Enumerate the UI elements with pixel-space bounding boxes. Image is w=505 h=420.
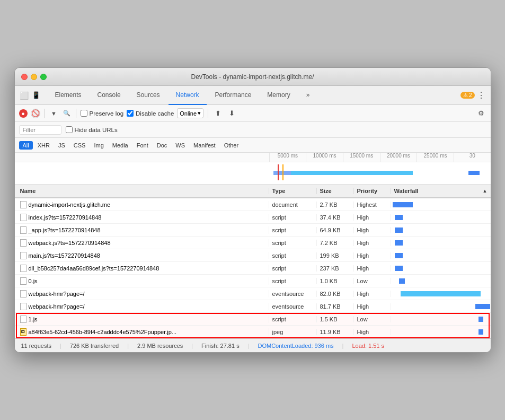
row-type: script bbox=[269, 278, 317, 284]
file-icon bbox=[20, 277, 26, 285]
row-priority: High bbox=[354, 240, 391, 246]
table-row[interactable]: main.js?ts=1572270914848script199 KBHigh bbox=[15, 249, 491, 262]
row-type: script bbox=[269, 252, 317, 259]
row-waterfall bbox=[391, 275, 491, 287]
type-filter-bar: All XHR JS CSS Img Media Font Doc WS Man… bbox=[15, 138, 491, 153]
row-type: eventsource bbox=[269, 291, 317, 297]
file-icon bbox=[20, 214, 26, 221]
row-priority: High bbox=[354, 227, 391, 233]
row-name: 1.js bbox=[15, 316, 269, 323]
more-options-icon[interactable]: ⋮ bbox=[476, 90, 486, 101]
resources: 2.9 MB resources bbox=[137, 343, 183, 349]
disable-cache-checkbox[interactable] bbox=[127, 110, 134, 117]
table-row[interactable]: webpack.js?ts=1572270914848script7.2 KBH… bbox=[15, 237, 491, 249]
row-name: 🖼a84f63e5-62cd-456b-89f4-c2adddc4e575%2F… bbox=[15, 328, 269, 336]
close-button[interactable] bbox=[21, 74, 28, 80]
tab-network[interactable]: Network bbox=[169, 86, 207, 105]
row-size: 2.7 KB bbox=[317, 202, 354, 208]
dom-loaded: DOMContentLoaded: 936 ms bbox=[258, 343, 334, 349]
table-row[interactable]: dll_b58c257da4aa56d89cef.js?ts=157227091… bbox=[15, 262, 491, 275]
table-row[interactable]: _app.js?ts=1572270914848script64.9 KBHig… bbox=[15, 224, 491, 237]
row-waterfall bbox=[391, 262, 491, 274]
file-icon bbox=[20, 239, 26, 247]
traffic-lights bbox=[21, 74, 47, 80]
record-button[interactable]: ● bbox=[19, 109, 28, 118]
tl-line-orange bbox=[282, 164, 283, 180]
preserve-log-checkbox[interactable] bbox=[81, 110, 87, 117]
table-row[interactable]: 1.jsscript1.5 KBLow bbox=[15, 313, 491, 326]
settings-icon[interactable]: ⚙ bbox=[476, 108, 486, 119]
maximize-button[interactable] bbox=[40, 74, 47, 80]
status-bar: 11 requests | 726 KB transferred | 2.9 M… bbox=[15, 338, 491, 352]
row-type: eventsource bbox=[269, 303, 317, 310]
type-css[interactable]: CSS bbox=[70, 141, 90, 150]
filter-input[interactable] bbox=[19, 125, 61, 135]
file-icon bbox=[20, 303, 26, 310]
waterfall-bar bbox=[395, 266, 403, 271]
stop-button[interactable]: 🚫 bbox=[31, 109, 40, 118]
upload-icon[interactable]: ⬆ bbox=[212, 108, 223, 119]
header-type[interactable]: Type bbox=[269, 188, 317, 194]
file-icon bbox=[20, 290, 26, 298]
devtools-window: DevTools - dynamic-import-nextjs.glitch.… bbox=[14, 67, 491, 353]
table-header: Name Type Size Priority Waterfall ▲ bbox=[15, 185, 491, 198]
row-waterfall bbox=[391, 237, 491, 249]
inspector-icon[interactable]: ⬜ bbox=[19, 90, 30, 101]
row-priority: Low bbox=[354, 278, 391, 284]
filter-bar: Hide data URLs bbox=[15, 122, 491, 138]
header-priority[interactable]: Priority bbox=[354, 188, 391, 194]
type-manifest[interactable]: Manifest bbox=[190, 141, 219, 150]
filter-icon[interactable]: ▼ bbox=[49, 109, 59, 118]
hide-data-urls-checkbox[interactable] bbox=[66, 126, 73, 133]
tab-console[interactable]: Console bbox=[90, 86, 128, 105]
timeline-chart bbox=[269, 162, 491, 185]
table-row[interactable]: dynamic-import-nextjs.glitch.medocument2… bbox=[15, 198, 491, 211]
header-waterfall[interactable]: Waterfall ▲ bbox=[391, 188, 491, 194]
minimize-button[interactable] bbox=[31, 74, 37, 80]
download-icon[interactable]: ⬇ bbox=[226, 108, 237, 119]
table-row[interactable]: webpack-hmr?page=/eventsource82.0 KBHigh bbox=[15, 287, 491, 300]
timeline-ruler: 5000 ms 10000 ms 15000 ms 20000 ms 25000… bbox=[15, 153, 491, 162]
disable-cache-label[interactable]: Disable cache bbox=[127, 110, 174, 117]
type-xhr[interactable]: XHR bbox=[34, 141, 54, 150]
type-font[interactable]: Font bbox=[133, 141, 152, 150]
tab-more[interactable]: » bbox=[299, 86, 317, 105]
waterfall-bar bbox=[395, 228, 403, 233]
throttle-select[interactable]: Online ▾ bbox=[177, 108, 203, 118]
tl-line-red bbox=[278, 164, 279, 180]
device-icon[interactable]: 📱 bbox=[31, 90, 41, 101]
row-name: dynamic-import-nextjs.glitch.me bbox=[15, 201, 269, 208]
file-icon bbox=[20, 316, 26, 323]
table-row[interactable]: 0.jsscript1.0 KBLow bbox=[15, 275, 491, 287]
tab-performance[interactable]: Performance bbox=[208, 86, 259, 105]
type-all[interactable]: All bbox=[19, 141, 33, 150]
waterfall-bar bbox=[479, 329, 483, 335]
type-ws[interactable]: WS bbox=[172, 141, 189, 150]
table-row[interactable]: webpack-hmr?page=/eventsource81.7 KBHigh bbox=[15, 300, 491, 313]
row-waterfall bbox=[391, 249, 491, 261]
row-size: 1.0 KB bbox=[317, 278, 354, 284]
type-img[interactable]: Img bbox=[90, 141, 107, 150]
header-name[interactable]: Name bbox=[15, 188, 269, 194]
tab-memory[interactable]: Memory bbox=[260, 86, 297, 105]
type-media[interactable]: Media bbox=[109, 141, 132, 150]
row-waterfall bbox=[391, 224, 491, 236]
tab-sources[interactable]: Sources bbox=[129, 86, 167, 105]
hide-data-urls-label[interactable]: Hide data URLs bbox=[66, 126, 118, 133]
tab-elements[interactable]: Elements bbox=[48, 86, 89, 105]
header-size[interactable]: Size bbox=[317, 188, 354, 194]
type-js[interactable]: JS bbox=[55, 141, 69, 150]
title-bar: DevTools - dynamic-import-nextjs.glitch.… bbox=[15, 68, 491, 86]
waterfall-bar bbox=[393, 202, 413, 207]
preserve-log-label[interactable]: Preserve log bbox=[81, 110, 124, 117]
table-row[interactable]: 🖼a84f63e5-62cd-456b-89f4-c2adddc4e575%2F… bbox=[15, 326, 491, 338]
waterfall-bar bbox=[395, 253, 403, 258]
warning-badge[interactable]: ⚠ 2 bbox=[460, 92, 475, 99]
type-doc[interactable]: Doc bbox=[153, 141, 171, 150]
search-icon[interactable]: 🔍 bbox=[62, 109, 72, 118]
ruler-20000: 20000 ms bbox=[380, 153, 417, 162]
table-row[interactable]: index.js?ts=1572270914848script37.4 KBHi… bbox=[15, 211, 491, 224]
row-size: 37.4 KB bbox=[317, 214, 354, 221]
type-other[interactable]: Other bbox=[220, 141, 243, 150]
row-size: 81.7 KB bbox=[317, 303, 354, 310]
